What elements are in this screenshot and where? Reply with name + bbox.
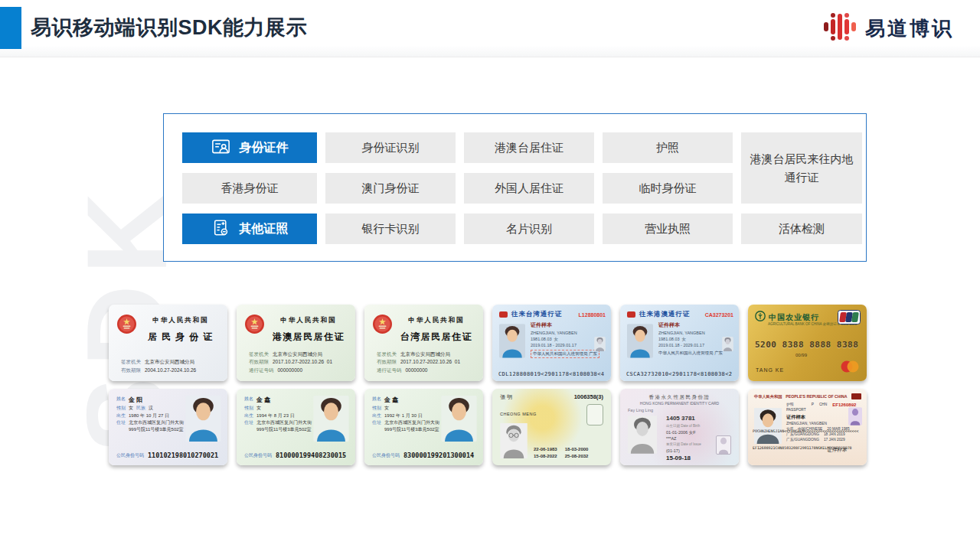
- validity-dates: 2019.01.18 - 2029.01.17: [531, 342, 599, 348]
- flag-icon: [851, 393, 861, 399]
- field-value: 2017.10.27-2022.10.26 01: [273, 358, 332, 366]
- id-number-row: 公民身份号码 110102198010270021: [116, 452, 218, 459]
- holder-name-en: ZHENGJIAN, YANGBEN: [531, 330, 599, 336]
- validity-date: 15-08-2022: [534, 454, 557, 458]
- country-en: PEOPLE'S REPUBLIC OF CHINA: [786, 394, 847, 399]
- holder-name-en: ZHENGJIAN, YANGBEN: [658, 330, 723, 336]
- button-label: 营业执照: [645, 222, 691, 236]
- sample-bank-card: 中国农业银行 AGRICULTURAL BANK OF CHINA 金穗贷记卡 …: [748, 305, 867, 381]
- button-label: 港澳台居民来往内地通行证: [749, 150, 854, 187]
- doc-type-label: 护照 PASSPORT: [786, 402, 806, 412]
- button-idcard-ocr[interactable]: 身份证识别: [325, 132, 456, 163]
- sex: 女F: [689, 430, 696, 435]
- button-label: 护照: [656, 141, 679, 155]
- button-liveness-detection[interactable]: 活体检测: [741, 214, 862, 244]
- brand-logo-text: 易道博识: [865, 15, 954, 42]
- holder-name: 金 鑫: [256, 396, 270, 405]
- national-emblem-icon: [116, 314, 137, 337]
- field-label: 出生日期 Date of Birth: [666, 424, 701, 429]
- field-value: 北京市公安局西城分局: [145, 358, 194, 366]
- field-label: 出生: [372, 412, 381, 419]
- field-label: 民族: [136, 405, 145, 412]
- button-passport[interactable]: 护照: [603, 132, 733, 163]
- category-button-other-documents[interactable]: 其他证照: [182, 214, 317, 244]
- card-title-en: HONG KONG PERMANENT IDENTITY CARD: [620, 401, 739, 406]
- issue-code: (01-17): [666, 448, 701, 455]
- birth-date: 1981.08.03: [531, 337, 552, 341]
- portrait-photo: [313, 396, 349, 442]
- button-temporary-id[interactable]: 临时身份证: [603, 173, 733, 204]
- mrz-line: CSCA32732010<2901178<8108038<2: [626, 371, 732, 377]
- button-macau-id[interactable]: 澳门身份证: [325, 173, 456, 204]
- field-value: 北京市公安局西城分局: [273, 350, 322, 358]
- field-label: 签发机关: [249, 350, 269, 358]
- portrait-photo: [628, 415, 657, 455]
- sex: 女: [554, 337, 559, 341]
- issuing-authority: 中华人民共和国出入境管理局 广东: [531, 350, 599, 357]
- card-heading: 中华人民共和国 港澳居民居住证: [267, 316, 350, 344]
- permit-number: CA3273201: [705, 312, 733, 318]
- portrait-photo: [441, 396, 477, 442]
- field-label: 姓名: [372, 396, 381, 405]
- birth-date: 1992 年 1 月 30 日: [384, 412, 423, 419]
- national-emblem-icon: [372, 314, 393, 337]
- field-label: 通行证号码: [377, 367, 402, 374]
- holder-name-en: CHEONG MENG: [500, 412, 537, 416]
- holder-name: 金 鑫: [384, 396, 398, 405]
- mastercard-logo: [840, 360, 860, 376]
- unionpay-logo: [838, 310, 861, 328]
- field-value: 2017.10.27-2022.10.26 01: [400, 358, 460, 366]
- sample-idcard-front-1: 姓名金 阳 性别女民族汉 出生1980 年 10 月 27 日 住址北京市西城区…: [109, 389, 227, 465]
- button-hk-id[interactable]: 香港身份证: [182, 173, 317, 204]
- button-gat-residence-permit[interactable]: 港澳台居住证: [464, 132, 594, 163]
- field-label: 公民身份号码: [244, 452, 272, 459]
- card-heading: 中华人民共和国 居 民 身 份 证: [139, 316, 222, 344]
- id-number: 830000199201300014: [403, 452, 474, 459]
- sample-hkmo-residence-permit: 中华人民共和国 港澳居民居住证 签发机关北京市公安局西城分局 有效期限2017.…: [237, 305, 355, 381]
- category-button-label: 其他证照: [240, 221, 289, 237]
- button-gat-mainland-travel-permit[interactable]: 港澳台居民来往内地通行证: [741, 132, 862, 204]
- issue-date: 18-03-2000: [565, 447, 589, 452]
- card-title: 港澳居民居住证: [267, 331, 350, 344]
- category-button-id-documents[interactable]: 身份证件: [182, 132, 317, 163]
- button-label: 外国人居住证: [495, 181, 564, 196]
- sample-cards-row-1: 中华人民共和国 居 民 身 份 证 签发机关北京市公安局西城分局 有效期限200…: [109, 305, 867, 381]
- button-foreigner-residence[interactable]: 外国人居住证: [464, 173, 594, 204]
- card-number: 5200 8388 8888 8388: [755, 340, 858, 350]
- field-label: 性别: [116, 405, 126, 412]
- button-business-license[interactable]: 营业执照: [603, 214, 733, 244]
- validity-dates: 2019.01.18 - 2029.01.17: [658, 342, 723, 348]
- ghost-photo: [594, 337, 606, 351]
- field-label: 通行证号码: [249, 367, 274, 374]
- button-label: 名片识别: [506, 222, 552, 236]
- permit-header: 往来港澳通行证 CA3273201: [627, 310, 733, 319]
- national-emblem-icon: [244, 314, 265, 337]
- ghost-photo: [722, 337, 733, 351]
- field-label: 姓名: [244, 396, 253, 405]
- slide: 易识移动端识别SDK能力展示 易道博识 SDK: [0, 0, 980, 551]
- sample-idcard-front-2: 姓名金 鑫 性别女 出生1994 年 8 月 23 日 住址北京市西城区复兴门外…: [237, 389, 355, 465]
- country-cn: 中华人民共和国: [754, 394, 782, 399]
- holder-name-cn: 证件样本: [531, 321, 599, 330]
- doc-type: P: [812, 402, 814, 412]
- button-business-card-ocr[interactable]: 名片识别: [464, 214, 594, 244]
- portrait-photo: [627, 324, 653, 358]
- permit-fields: 证件样本 ZHENGJIAN, YANGBEN 1981.08.03 女 201…: [531, 321, 599, 358]
- permit-emblem-icon: [627, 311, 635, 318]
- field-label: 住址: [372, 419, 381, 434]
- button-label: 活体检测: [779, 222, 825, 236]
- dob-line: 01-01-2006 女F: [666, 429, 701, 436]
- sample-hkmo-travel-permit: 往来港澳通行证 CA3273201 证件样本 ZHENGJIAN, YANGBE…: [620, 305, 739, 381]
- id-card-icon: [211, 137, 230, 159]
- mrz-block: POCHNZHENGJIAN<<YANGBEN<<<<<<<<<<<<<<<<<…: [753, 417, 858, 462]
- sample-cards-row-2: 姓名金 阳 性别女民族汉 出生1980 年 10 月 27 日 住址北京市西城区…: [109, 389, 867, 465]
- sample-taiwan-travel-permit: 往来台湾通行证 L12880801 证件样本 ZHENGJIAN, YANGBE…: [492, 305, 611, 381]
- card-fields: 签发机关北京市公安局西城分局 有效期限2017.10.27-2022.10.26…: [249, 350, 332, 374]
- id-number: 810000199408230015: [276, 452, 346, 459]
- other-docs-icon: [211, 218, 230, 240]
- button-label: 身份证识别: [362, 141, 420, 155]
- button-label: 港澳台居住证: [495, 141, 564, 155]
- permit-number: L12880801: [579, 312, 606, 318]
- button-bankcard-ocr[interactable]: 银行卡识别: [325, 214, 456, 244]
- field-value: 北京市公安局西城分局: [400, 350, 450, 358]
